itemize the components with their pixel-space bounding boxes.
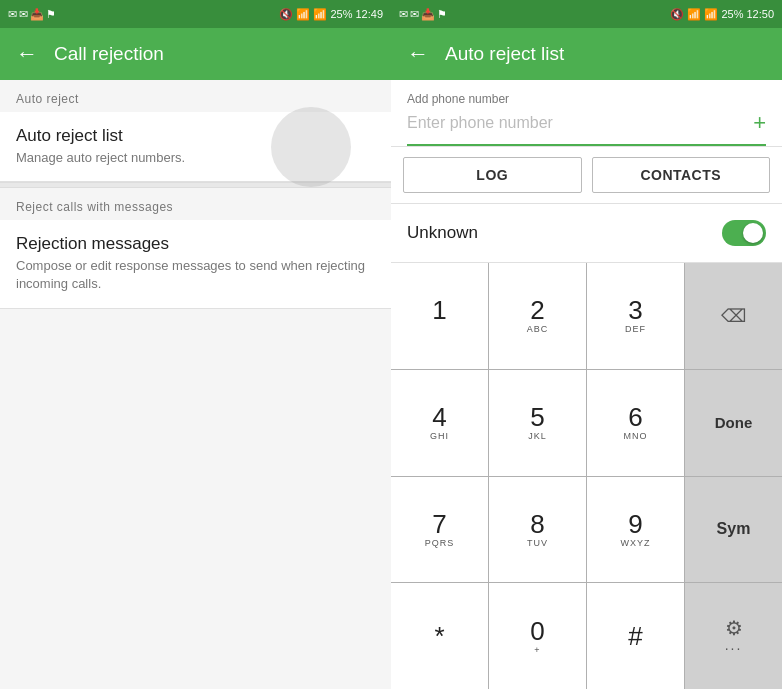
- key-4[interactable]: 4 GHI: [391, 370, 488, 476]
- add-phone-section: Add phone number +: [391, 80, 782, 147]
- unknown-toggle[interactable]: [722, 220, 766, 246]
- key-done[interactable]: Done: [685, 370, 782, 476]
- key-5[interactable]: 5 JKL: [489, 370, 586, 476]
- r-signal-icon: 📶: [704, 8, 718, 21]
- section-auto-reject-header: Auto reject: [0, 80, 391, 112]
- r-wifi-icon: 📶: [687, 8, 701, 21]
- unknown-label: Unknown: [407, 223, 722, 243]
- key-1[interactable]: 1: [391, 263, 488, 369]
- left-back-button[interactable]: ←: [16, 41, 38, 67]
- left-status-bar: ✉ ✉ 📥 ⚑ 🔇 📶 📶 25% 12:49: [0, 0, 391, 28]
- left-app-bar: ← Call rejection: [0, 28, 391, 80]
- key-backspace[interactable]: ⌫: [685, 263, 782, 369]
- key-sym[interactable]: Sym: [685, 477, 782, 583]
- right-back-button[interactable]: ←: [407, 41, 429, 67]
- right-battery-text: 25%: [721, 8, 743, 20]
- key-hash[interactable]: #: [587, 583, 684, 689]
- phone-number-input[interactable]: [407, 114, 745, 132]
- add-phone-row: +: [407, 110, 766, 146]
- left-panel: ✉ ✉ 📥 ⚑ 🔇 📶 📶 25% 12:49 ← Call rejection…: [0, 0, 391, 689]
- envelope2-icon: ✉: [19, 8, 28, 21]
- keypad-grid: 1 2 ABC 3 DEF ⌫ 4 GHI 5 JKL: [391, 263, 782, 689]
- left-time: 12:49: [355, 8, 383, 20]
- add-phone-plus-button[interactable]: +: [745, 110, 766, 136]
- right-time: 12:50: [746, 8, 774, 20]
- r-envelope2-icon: ✉: [410, 8, 419, 21]
- gear-icon: ⚙: [725, 616, 743, 640]
- key-star[interactable]: *: [391, 583, 488, 689]
- signal-icon: 📶: [313, 8, 327, 21]
- backspace-icon: ⌫: [721, 305, 746, 327]
- right-status-icons-left: ✉ ✉ 📥 ⚑: [399, 8, 447, 21]
- ripple-effect: [271, 107, 351, 187]
- rejection-messages-subtitle: Compose or edit response messages to sen…: [16, 257, 375, 293]
- add-phone-label: Add phone number: [407, 92, 766, 106]
- key-settings[interactable]: ⚙ ···: [685, 583, 782, 689]
- left-battery-text: 25%: [330, 8, 352, 20]
- unknown-row: Unknown: [391, 204, 782, 263]
- right-status-icons-right: 🔇 📶 📶 25% 12:50: [670, 8, 774, 21]
- r-inbox-icon: 📥: [421, 8, 435, 21]
- envelope-icon: ✉: [8, 8, 17, 21]
- wifi-icon: 📶: [296, 8, 310, 21]
- right-panel: ✉ ✉ 📥 ⚑ 🔇 📶 📶 25% 12:50 ← Auto reject li…: [391, 0, 782, 689]
- key-2[interactable]: 2 ABC: [489, 263, 586, 369]
- right-status-bar: ✉ ✉ 📥 ⚑ 🔇 📶 📶 25% 12:50: [391, 0, 782, 28]
- left-status-icons-right: 🔇 📶 📶 25% 12:49: [279, 8, 383, 21]
- r-mute-icon: 🔇: [670, 8, 684, 21]
- left-status-icons-left: ✉ ✉ 📥 ⚑: [8, 8, 56, 21]
- log-button[interactable]: LOG: [403, 157, 582, 193]
- contacts-button[interactable]: CONTACTS: [592, 157, 771, 193]
- key-8[interactable]: 8 TUV: [489, 477, 586, 583]
- key-3[interactable]: 3 DEF: [587, 263, 684, 369]
- key-6[interactable]: 6 MNO: [587, 370, 684, 476]
- log-contacts-button-row: LOG CONTACTS: [391, 147, 782, 204]
- rejection-messages-title: Rejection messages: [16, 234, 375, 254]
- left-content: Auto reject Auto reject list Manage auto…: [0, 80, 391, 689]
- section-reject-messages-header: Reject calls with messages: [0, 188, 391, 220]
- auto-reject-list-item[interactable]: Auto reject list Manage auto reject numb…: [0, 112, 391, 182]
- right-app-bar: ← Auto reject list: [391, 28, 782, 80]
- keypad-area: 1 2 ABC 3 DEF ⌫ 4 GHI 5 JKL: [391, 263, 782, 689]
- key-7[interactable]: 7 PQRS: [391, 477, 488, 583]
- left-app-bar-title: Call rejection: [54, 43, 375, 65]
- inbox-icon: 📥: [30, 8, 44, 21]
- right-app-bar-title: Auto reject list: [445, 43, 766, 65]
- r-envelope-icon: ✉: [399, 8, 408, 21]
- rejection-messages-item[interactable]: Rejection messages Compose or edit respo…: [0, 220, 391, 308]
- mute-icon: 🔇: [279, 8, 293, 21]
- r-flag-icon: ⚑: [437, 8, 447, 21]
- flag-icon: ⚑: [46, 8, 56, 21]
- dots-indicator: ···: [725, 640, 743, 656]
- key-0[interactable]: 0 +: [489, 583, 586, 689]
- key-9[interactable]: 9 WXYZ: [587, 477, 684, 583]
